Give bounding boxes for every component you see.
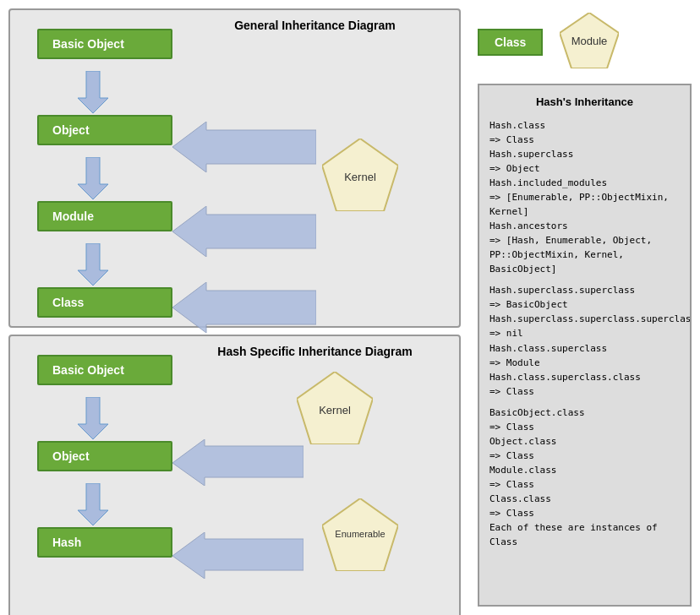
svg-marker-3 (78, 243, 108, 286)
svg-marker-9 (172, 282, 316, 333)
inheritance-line: PP::ObjectMixin, Kernel, BasicObject] (489, 248, 680, 276)
inheritance-line: Hash.superclass.superclass.superclass (489, 312, 680, 326)
kernel-pentagon-bottom: Kernel (297, 372, 373, 444)
class-node-basicobject: Basic Object (37, 29, 172, 59)
class-node-object: Object (37, 115, 172, 145)
inheritance-line: BasicObject.class (489, 405, 680, 420)
arrow-down-3 (78, 243, 108, 286)
inheritance-line: => [Hash, Enumerable, Object, (489, 233, 680, 248)
legend-module-pentagon: Module (560, 13, 619, 71)
hash-arrow-down-2 (78, 483, 108, 525)
inheritance-line: => Class (489, 420, 680, 434)
svg-marker-10 (78, 397, 108, 439)
kernel-arrow-class (172, 282, 316, 333)
svg-marker-16 (172, 439, 304, 486)
svg-marker-1 (78, 71, 108, 113)
inheritance-line: => nil (489, 326, 680, 340)
inheritance-lines: Hash.class=> ClassHash.superclass=> Obje… (489, 118, 680, 549)
enumerable-pentagon: Enumerable (322, 498, 398, 571)
inheritance-line (489, 399, 680, 405)
hash-arrow-down-1 (78, 397, 108, 439)
svg-marker-11 (78, 483, 108, 525)
svg-text:Kernel: Kernel (319, 404, 351, 416)
inheritance-line: => Class (489, 133, 680, 147)
svg-marker-17 (172, 532, 304, 579)
inheritance-line: Each of these are instances of Class (489, 520, 680, 549)
hash-kernel-arrow-object (172, 439, 304, 486)
inheritance-line: Hash.class.superclass (489, 341, 680, 356)
inheritance-info-box: Hash's Inheritance Hash.class=> ClassHas… (478, 84, 692, 607)
hash-enumerable-arrow (172, 532, 304, 579)
legend: Class Module (478, 8, 692, 75)
svg-marker-8 (172, 206, 316, 257)
inheritance-line: => Class (489, 506, 680, 520)
inheritance-line: Class.class (489, 492, 680, 506)
svg-text:Module: Module (571, 35, 608, 47)
inheritance-line (489, 276, 680, 283)
inheritance-line: Hash.superclass (489, 147, 680, 161)
hash-node-hash: Hash (37, 527, 172, 558)
inheritance-line: Hash.class (489, 118, 680, 133)
kernel-arrow-object (172, 122, 316, 172)
inheritance-line: Hash.included_modules (489, 176, 680, 190)
inheritance-line: Kernel] (489, 204, 680, 219)
kernel-pentagon-top: Kernel (322, 139, 398, 211)
inheritance-line: => Class (489, 384, 680, 399)
inheritance-line: Hash.ancestors (489, 219, 680, 233)
inheritance-title: Hash's Inheritance (489, 94, 680, 112)
inheritance-line: => Object (489, 161, 680, 176)
inheritance-line: => Class (489, 477, 680, 492)
right-panel: Class Module Hash's Inheritance Hash.cla… (469, 0, 700, 615)
legend-class-box: Class (478, 29, 543, 56)
inheritance-line: Module.class (489, 463, 680, 477)
inheritance-line: => Module (489, 356, 680, 370)
hash-node-basicobject: Basic Object (37, 355, 172, 385)
inheritance-line: => [Enumerable, PP::ObjectMixin, (489, 190, 680, 204)
general-inheritance-diagram: General Inheritance Diagram Basic Object… (8, 8, 461, 328)
inheritance-line: => BasicObject (489, 297, 680, 312)
inheritance-line: Hash.class.superclass.class (489, 370, 680, 384)
hash-inheritance-diagram: Hash Specific Inheritance Diagram Basic … (8, 335, 461, 615)
hash-node-object: Object (37, 441, 172, 471)
left-panel: General Inheritance Diagram Basic Object… (0, 0, 469, 615)
svg-text:Enumerable: Enumerable (335, 529, 385, 539)
class-node-class: Class (37, 287, 172, 318)
class-node-module: Module (37, 201, 172, 231)
svg-text:Kernel: Kernel (344, 171, 376, 183)
inheritance-line: => Class (489, 449, 680, 463)
kernel-arrow-module (172, 206, 316, 257)
svg-marker-7 (172, 122, 316, 172)
svg-marker-2 (78, 157, 108, 199)
inheritance-line: Hash.superclass.superclass (489, 283, 680, 297)
inheritance-line: Object.class (489, 434, 680, 449)
arrow-down-1 (78, 71, 108, 113)
arrow-down-2 (78, 157, 108, 199)
